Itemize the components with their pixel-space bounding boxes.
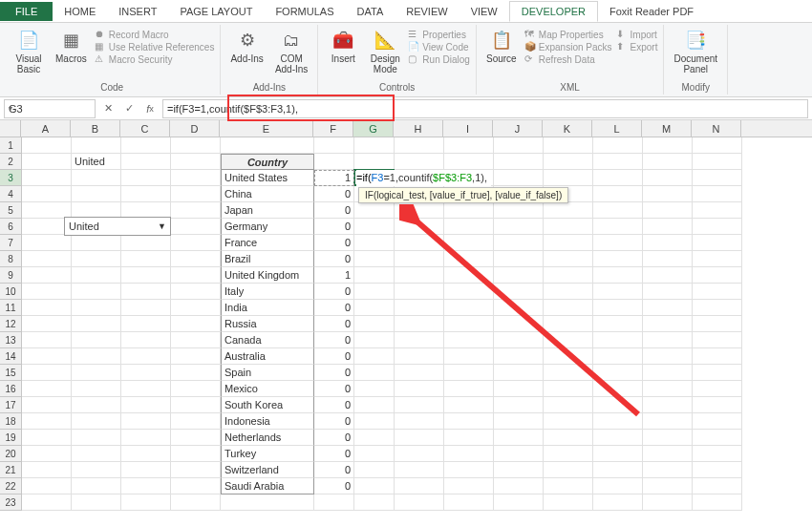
cell-F6[interactable]: 0: [314, 219, 354, 235]
tab-file[interactable]: FILE: [0, 2, 53, 21]
in-cell-formula[interactable]: =if(F3=1,countif($F$3:F3,1),: [356, 170, 491, 186]
cell-D15[interactable]: [171, 365, 221, 381]
cell-C18[interactable]: [121, 413, 171, 430]
cell-F9[interactable]: 1: [314, 267, 354, 284]
cell-D16[interactable]: [171, 381, 221, 397]
cell-G23[interactable]: [354, 494, 395, 511]
cell-D22[interactable]: [171, 478, 221, 494]
cell-N13[interactable]: [693, 332, 742, 348]
cell-I21[interactable]: [444, 462, 494, 478]
country-dropdown[interactable]: United▼: [64, 217, 171, 236]
cell-F1[interactable]: [314, 137, 354, 154]
col-header-I[interactable]: I: [443, 120, 493, 137]
cell-J20[interactable]: [494, 446, 544, 462]
run-dialog-button[interactable]: ▢Run Dialog: [408, 53, 469, 65]
properties-button[interactable]: ☰Properties: [408, 29, 469, 40]
cell-J1[interactable]: [494, 137, 544, 154]
cell-N4[interactable]: [693, 186, 742, 202]
tab-review[interactable]: REVIEW: [395, 2, 459, 21]
cell-N1[interactable]: [693, 137, 742, 154]
cell-A4[interactable]: [22, 186, 72, 202]
cell-G20[interactable]: [354, 446, 395, 462]
col-header-B[interactable]: B: [71, 120, 120, 137]
tab-formulas[interactable]: FORMULAS: [264, 2, 345, 21]
cell-G5[interactable]: [354, 202, 395, 219]
cell-A21[interactable]: [22, 462, 72, 478]
cell-G1[interactable]: [354, 137, 395, 154]
cell-E19[interactable]: Netherlands: [221, 430, 314, 446]
cell-A8[interactable]: [22, 251, 72, 267]
cell-D1[interactable]: [171, 137, 221, 154]
cell-D3[interactable]: [171, 170, 221, 186]
cell-A11[interactable]: [22, 300, 72, 316]
cell-A15[interactable]: [22, 365, 72, 381]
row-header-12[interactable]: 12: [0, 316, 21, 332]
cell-B4[interactable]: [72, 186, 121, 202]
cell-G22[interactable]: [354, 478, 395, 494]
cell-G9[interactable]: [354, 267, 395, 284]
cell-H1[interactable]: [395, 137, 444, 154]
cell-N20[interactable]: [693, 446, 742, 462]
cell-D21[interactable]: [171, 462, 221, 478]
cell-A20[interactable]: [22, 446, 72, 462]
cell-C12[interactable]: [121, 316, 171, 332]
cell-E21[interactable]: Switzerland: [221, 462, 314, 478]
cell-G11[interactable]: [354, 300, 395, 316]
cell-C20[interactable]: [121, 446, 171, 462]
cell-D9[interactable]: [171, 267, 221, 284]
cell-N11[interactable]: [693, 300, 742, 316]
cell-D2[interactable]: [171, 154, 221, 170]
cell-B10[interactable]: [72, 284, 121, 300]
cell-J22[interactable]: [494, 478, 544, 494]
cell-J3[interactable]: [494, 170, 544, 186]
cell-K3[interactable]: [544, 170, 593, 186]
map-props-button[interactable]: 🗺Map Properties: [524, 29, 612, 40]
tab-data[interactable]: DATA: [346, 2, 395, 21]
cell-C23[interactable]: [121, 494, 171, 511]
cell-A18[interactable]: [22, 413, 72, 430]
cell-F11[interactable]: 0: [314, 300, 354, 316]
cell-F2[interactable]: [314, 154, 354, 170]
cell-E6[interactable]: Germany: [221, 219, 314, 235]
row-header-19[interactable]: 19: [0, 430, 21, 446]
cell-G7[interactable]: [354, 235, 395, 251]
row-header-7[interactable]: 7: [0, 235, 21, 251]
cell-D10[interactable]: [171, 284, 221, 300]
cell-G2[interactable]: [354, 154, 395, 170]
col-header-M[interactable]: M: [642, 120, 692, 137]
cell-N6[interactable]: [693, 219, 742, 235]
cell-E16[interactable]: Mexico: [221, 381, 314, 397]
cell-B13[interactable]: [72, 332, 121, 348]
cell-B18[interactable]: [72, 413, 121, 430]
cell-D12[interactable]: [171, 316, 221, 332]
record-macro-button[interactable]: ⏺Record Macro: [95, 29, 215, 40]
cell-C21[interactable]: [121, 462, 171, 478]
cell-G8[interactable]: [354, 251, 395, 267]
cell-L20[interactable]: [593, 446, 643, 462]
cell-B1[interactable]: [72, 137, 121, 154]
cell-F15[interactable]: 0: [314, 365, 354, 381]
col-header-N[interactable]: N: [692, 120, 741, 137]
col-header-J[interactable]: J: [493, 120, 543, 137]
cell-G14[interactable]: [354, 348, 395, 365]
use-relative-refs-button[interactable]: ▦Use Relative References: [95, 41, 215, 53]
source-button[interactable]: 📋 Source: [482, 27, 521, 66]
row-header-11[interactable]: 11: [0, 300, 21, 316]
tab-home[interactable]: HOME: [53, 2, 107, 21]
row-header-15[interactable]: 15: [0, 365, 21, 381]
row-header-17[interactable]: 17: [0, 397, 21, 413]
cell-B11[interactable]: [72, 300, 121, 316]
col-header-G[interactable]: G: [353, 120, 394, 137]
cell-C3[interactable]: [121, 170, 171, 186]
cell-B3[interactable]: [72, 170, 121, 186]
cell-G6[interactable]: [354, 219, 395, 235]
cell-E18[interactable]: Indonesia: [221, 413, 314, 430]
cell-A19[interactable]: [22, 430, 72, 446]
cell-H23[interactable]: [395, 494, 444, 511]
cell-C4[interactable]: [121, 186, 171, 202]
row-header-2[interactable]: 2: [0, 154, 21, 170]
cell-A16[interactable]: [22, 381, 72, 397]
row-header-22[interactable]: 22: [0, 478, 21, 494]
cell-B7[interactable]: [72, 235, 121, 251]
cell-C1[interactable]: [121, 137, 171, 154]
